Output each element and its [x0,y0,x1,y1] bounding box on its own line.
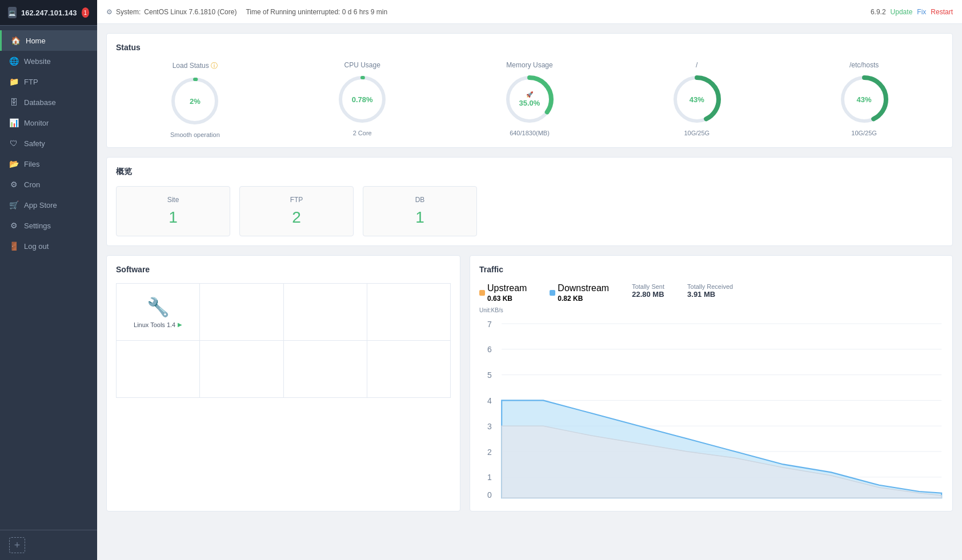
sidebar-item-logout-label: Log out [24,242,49,251]
arrow-right-icon: ▶ [178,321,182,328]
totally-received-group: Totally Received 3.91 MB [687,283,733,299]
upstream-dot [479,290,485,296]
sidebar: 💻 162.247.101.143 1 🏠 Home 🌐 Website 📁 F… [0,0,97,560]
sidebar-item-logout[interactable]: 🚪 Log out [0,236,97,256]
downstream-legend: Downstream 0.82 KB [550,283,609,303]
overview-card: 概览 Site 1 FTP 2 DB 1 [106,157,953,246]
software-title: Software [116,265,451,274]
sidebar-item-settings[interactable]: ⚙ Settings [0,215,97,236]
bottom-row: Software 🔧 Linux Tools 1.4 ▶ [106,255,953,511]
sidebar-item-appstore[interactable]: 🛒 App Store [0,195,97,215]
svg-text:5: 5 [487,370,492,380]
system-label: System: [116,8,141,16]
gauges-row: Load Status ⓘ 2% Smooth operation CPU U [116,61,943,138]
gauge-disk2-sublabel: 10G/25G [851,130,877,136]
folder-icon: 📁 [9,77,18,86]
gauge-cpu-label: CPU Usage [344,61,380,69]
upstream-value: 0.63 KB [487,295,527,303]
gear-icon: ⚙ [106,8,113,16]
overview-ftp-label: FTP [249,196,344,204]
sidebar-item-safety-label: Safety [24,139,45,148]
sidebar-item-monitor[interactable]: 📊 Monitor [0,112,97,133]
update-button[interactable]: Update [891,8,913,16]
sidebar-item-files[interactable]: 📂 Files [0,154,97,174]
gauge-load-label: Load Status ⓘ [173,61,218,71]
overview-title: 概览 [116,167,943,177]
totally-received-label: Totally Received [687,283,733,290]
svg-text:0: 0 [487,490,492,499]
gauge-disk1-value: 43% [690,95,704,104]
server-icon: 💻 [8,7,17,18]
overview-ftp[interactable]: FTP 2 [239,186,354,236]
files-icon: 📂 [9,159,18,168]
gauge-cpu-wrap: 0.78% [336,74,388,125]
gauge-cpu-sublabel: 2 Core [353,130,372,136]
software-item-0-name: Linux Tools 1.4 ▶ [134,321,182,328]
sidebar-item-cron-label: Cron [24,180,40,189]
svg-text:7: 7 [487,320,492,329]
software-item-7 [367,341,451,398]
sidebar-item-ftp[interactable]: 📁 FTP [0,71,97,92]
page-content: Status Load Status ⓘ 2% Smoo [97,24,962,560]
sidebar-item-database[interactable]: 🗄 Database [0,92,97,112]
sidebar-item-cron[interactable]: ⚙ Cron [0,174,97,195]
sidebar-item-monitor-label: Monitor [24,119,49,127]
server-ip: 162.247.101.143 [21,9,77,17]
overview-site-label: Site [126,196,221,204]
gauge-memory: Memory Usage 🚀 35.0% 640/1830(MB) [451,61,609,136]
upstream-label: Upstream [487,283,527,293]
software-item-0[interactable]: 🔧 Linux Tools 1.4 ▶ [117,284,200,341]
sidebar-item-files-label: Files [24,160,39,168]
software-item-1 [200,284,283,341]
sidebar-item-settings-label: Settings [24,221,51,230]
software-item-4 [117,341,200,398]
uptime-info: Time of Running uninterrupted: 0 d 6 hrs… [246,8,387,16]
gauge-memory-value: 🚀 35.0% [519,91,540,107]
sidebar-footer: + [0,530,97,560]
gauge-cpu: CPU Usage 0.78% 2 Core [283,61,442,136]
main-content: ⚙ System: CentOS Linux 7.6.1810 (Core) T… [97,0,962,560]
status-card: Status Load Status ⓘ 2% Smoo [106,33,953,148]
sidebar-item-home[interactable]: 🏠 Home [0,30,97,51]
totally-received-value: 3.91 MB [687,290,733,299]
svg-text:2: 2 [487,448,492,457]
topbar-right: 6.9.2 Update Fix Restart [871,8,953,16]
system-value: CentOS Linux 7.6.1810 (Core) [144,8,237,16]
svg-text:6: 6 [487,345,492,354]
software-item-6 [284,341,367,398]
sidebar-item-website-label: Website [24,57,51,66]
home-icon: 🏠 [11,36,20,45]
settings-icon: ⚙ [9,221,18,230]
add-button[interactable]: + [9,537,25,553]
uptime-value: 0 d 6 hrs 9 min [342,8,387,16]
sidebar-item-home-label: Home [26,37,46,45]
sidebar-item-ftp-label: FTP [24,78,38,86]
sidebar-header: 💻 162.247.101.143 1 [0,0,97,26]
gauge-disk1-sublabel: 10G/25G [684,130,710,136]
overview-db[interactable]: DB 1 [363,186,477,236]
linux-tools-icon: 🔧 [147,296,170,318]
overview-site[interactable]: Site 1 [116,186,230,236]
gauge-disk2-value: 43% [857,95,872,104]
gauge-disk1: / 43% 10G/25G [618,61,776,136]
logout-icon: 🚪 [9,241,18,251]
gauge-load-wrap: 2% [169,75,221,127]
traffic-chart-area: Unit:KB/s 7 6 5 4 3 2 1 0 [479,307,943,502]
info-icon[interactable]: ⓘ [211,62,218,70]
software-item-2 [284,284,367,341]
upstream-legend: Upstream 0.63 KB [479,283,527,303]
sidebar-item-website[interactable]: 🌐 Website [0,51,97,71]
sidebar-item-safety[interactable]: 🛡 Safety [0,133,97,154]
gauge-load-sublabel: Smooth operation [170,131,220,138]
restart-button[interactable]: Restart [931,8,953,16]
gauge-load-value: 2% [190,97,201,106]
gauge-disk2: /etc/hosts 43% 10G/25G [785,61,943,136]
chart-unit-label: Unit:KB/s [479,307,943,313]
gauge-disk1-label: / [696,61,698,69]
overview-site-value: 1 [126,208,221,227]
totally-sent-label: Totally Sent [632,283,664,290]
fix-button[interactable]: Fix [917,8,926,16]
topbar: ⚙ System: CentOS Linux 7.6.1810 (Core) T… [97,0,962,24]
svg-text:4: 4 [487,396,492,405]
traffic-stats: Upstream 0.63 KB Downstream 0.82 KB Tota… [479,283,943,303]
